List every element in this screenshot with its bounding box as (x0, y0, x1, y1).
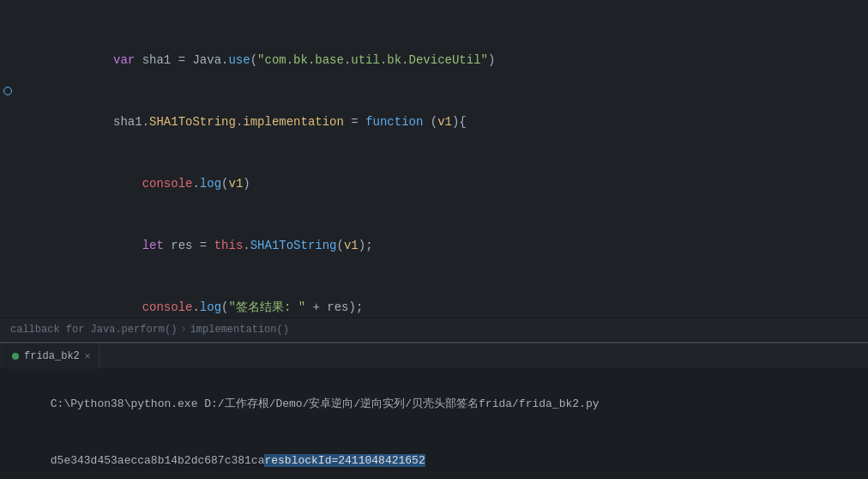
arg-v1-2: v1 (228, 177, 243, 191)
tab-close-button[interactable]: ✕ (85, 350, 91, 361)
hash-prefix: d5e343d453aecca8b14b2dc687c381ca (51, 454, 265, 467)
editor-area: var sha1 = Java.use("com.bk.base.util.bk… (0, 0, 868, 318)
arg-v1: v1 (437, 115, 452, 129)
terminal-content: C:\Python38\python.exe D:/工作存根/Demo/安卓逆向… (0, 369, 868, 479)
fn-sha1: SHA1ToString (250, 239, 337, 252)
keyword-var: var (113, 53, 135, 67)
terminal-tab[interactable]: frida_bk2 ✕ (3, 343, 99, 369)
indent (84, 115, 113, 129)
tab-label: frida_bk2 (24, 350, 80, 362)
breadcrumb-separator: › (180, 324, 186, 336)
keyword-this: this (214, 239, 244, 252)
line-code (34, 9, 868, 29)
fn-log-2: log (200, 300, 221, 314)
terminal-line-1: C:\Python38\python.exe D:/工作存根/Demo/安卓逆向… (10, 376, 858, 433)
indent (84, 177, 142, 191)
line-code[interactable]: console.log("签名结果: " + res); (34, 276, 868, 318)
prop-impl: implementation (243, 115, 344, 129)
line-code[interactable]: var sha1 = Java.use("com.bk.base.util.bk… (34, 29, 868, 91)
terminal-area: frida_bk2 ✕ C:\Python38\python.exe D:/工作… (0, 342, 868, 479)
string-sign: "签名结果: " (228, 300, 305, 314)
selected-text: resblockId=2411048421652 (264, 454, 425, 467)
line-code[interactable]: sha1.SHA1ToString.implementation = funct… (34, 91, 868, 153)
indent (84, 53, 113, 67)
breadcrumb-item-2: implementation() (190, 324, 289, 336)
code-line-4: let res = this.SHA1ToString(v1); (0, 215, 868, 276)
prop-sha1: SHA1ToString (149, 115, 236, 129)
breadcrumb-bar: callback for Java.perform() › implementa… (0, 318, 868, 342)
keyword-let: let (142, 239, 164, 252)
console-obj: console (142, 177, 193, 191)
code-line-3: console.log(v1) (0, 153, 868, 215)
tab-dot (12, 353, 19, 360)
fn-log: log (200, 177, 221, 191)
indent (84, 239, 142, 252)
code-line-1: var sha1 = Java.use("com.bk.base.util.bk… (0, 29, 868, 91)
fn-use: use (228, 53, 250, 67)
python-command: C:\Python38\python.exe D:/工作存根/Demo/安卓逆向… (51, 397, 600, 410)
keyword-function: function (365, 115, 423, 129)
terminal-line-2: d5e343d453aecca8b14b2dc687c381caresblock… (10, 433, 858, 479)
arg-v1-3: v1 (344, 239, 359, 252)
line-code[interactable]: console.log(v1) (34, 153, 868, 215)
breakpoint-circle (3, 87, 12, 95)
console-obj-2: console (142, 300, 193, 314)
code-line-5: console.log("签名结果: " + res); (0, 276, 868, 318)
indent (84, 300, 142, 314)
terminal-tab-bar: frida_bk2 ✕ (0, 343, 868, 369)
line-code[interactable]: let res = this.SHA1ToString(v1); (34, 215, 868, 276)
breadcrumb-item-1: callback for Java.perform() (10, 324, 177, 336)
string-class: "com.bk.base.util.bk.DeviceUtil" (257, 53, 488, 67)
code-line-empty (0, 9, 868, 29)
code-line-2: sha1.SHA1ToString.implementation = funct… (0, 91, 868, 153)
